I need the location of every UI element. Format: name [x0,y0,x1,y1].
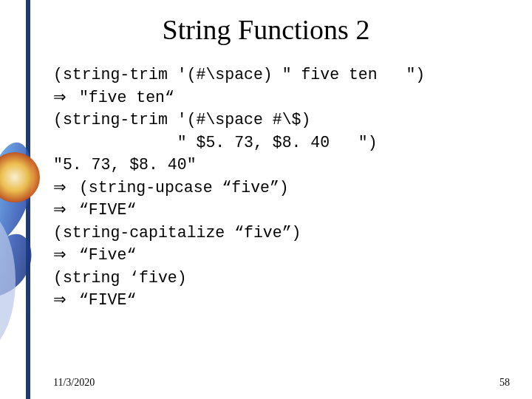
code-line: (string ‘five) [53,267,511,290]
code-line: ⇒ “FIVE“ [53,199,511,222]
footer: 11/3/2020 58 [53,377,510,389]
code-line: (string-trim '(#\space #\$) [53,109,511,132]
footer-page-number: 58 [499,377,510,389]
code-line: " $5. 73, $8. 40 ") [53,132,511,154]
side-decoration [0,0,43,399]
slide-title: String Functions 2 [0,13,532,46]
code-line: ⇒ “Five“ [53,244,511,267]
code-line: (string-trim '(#\space) " five ten ") [53,64,511,86]
result-arrow-icon: ⇒ [53,289,66,311]
result-arrow-icon: ⇒ [53,244,66,266]
code-text: (string-upcase “five”) [69,179,289,197]
code-line: ⇒ (string-upcase “five”) [53,177,511,200]
code-line: (string-capitalize “five”) [53,222,511,245]
footer-date: 11/3/2020 [53,377,95,389]
code-text: "five ten“ [69,89,174,106]
result-arrow-icon: ⇒ [53,86,66,109]
code-block: (string-trim '(#\space) " five ten ") ⇒ … [53,64,511,312]
code-text: “FIVE“ [69,291,136,309]
code-line: ⇒ "five ten“ [53,86,511,109]
result-arrow-icon: ⇒ [53,177,66,199]
slide: String Functions 2 (string-trim '(#\spac… [0,0,532,399]
code-line: "5. 73, $8. 40" [53,154,511,177]
svg-point-1 [0,152,40,202]
code-text: “Five“ [69,246,136,264]
result-arrow-icon: ⇒ [53,199,66,221]
code-line: ⇒ “FIVE“ [53,289,511,312]
code-text: “FIVE“ [69,201,136,219]
